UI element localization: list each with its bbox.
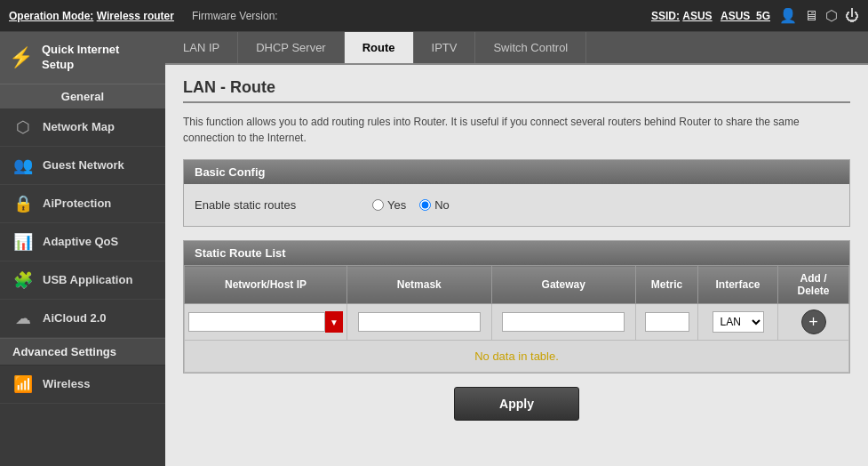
quick-setup-label: Quick InternetSetup — [42, 43, 119, 73]
wireless-icon: 📶 — [12, 374, 34, 394]
aicloud-label: AiCloud 2.0 — [43, 311, 107, 325]
network-host-ip-input[interactable] — [188, 312, 325, 332]
metric-cell — [636, 304, 698, 341]
static-routes-yes-option[interactable]: Yes — [372, 198, 406, 212]
basic-config-body: Enable static routes Yes No — [184, 184, 849, 226]
network-map-label: Network Map — [43, 120, 115, 133]
sidebar-item-network-map[interactable]: ⬡ Network Map — [0, 108, 165, 147]
col-gateway: Gateway — [491, 266, 635, 304]
general-section-label: General — [0, 84, 165, 108]
top-bar: Operation Mode: Wireless router Firmware… — [0, 0, 868, 32]
ssid-5g-value: ASUS_5G — [721, 10, 770, 22]
top-icons: 👤 🖥 ⬡ ⏻ — [779, 7, 859, 24]
page-description: This function allows you to add routing … — [183, 114, 850, 146]
no-data-message: No data in table. — [185, 341, 849, 373]
quick-setup-button[interactable]: ⚡ Quick InternetSetup — [0, 32, 165, 84]
usb-application-icon: 🧩 — [12, 270, 34, 290]
screen-icon[interactable]: 🖥 — [804, 8, 818, 24]
guest-network-label: Guest Network — [43, 158, 124, 172]
add-route-button[interactable]: + — [801, 309, 826, 334]
static-routes-radio-group: Yes No — [372, 198, 450, 212]
aiprotection-label: AiProtection — [43, 197, 111, 210]
operation-mode: Operation Mode: Wireless router — [9, 10, 174, 22]
basic-config-section: Basic Config Enable static routes Yes No — [183, 159, 850, 227]
network-map-icon: ⬡ — [12, 117, 34, 137]
network-host-ip-cell: ▼ — [185, 304, 347, 341]
col-network-host-ip: Network/Host IP — [185, 266, 347, 304]
interface-select[interactable]: LAN WAN — [713, 311, 764, 333]
network-host-ip-dropdown[interactable]: ▼ — [325, 311, 343, 333]
tab-switch-control[interactable]: Switch Control — [475, 32, 586, 63]
sidebar-item-adaptive-qos[interactable]: 📊 Adaptive QoS — [0, 223, 165, 261]
aiprotection-icon: 🔒 — [12, 194, 34, 213]
adaptive-qos-icon: 📊 — [12, 232, 34, 252]
metric-input[interactable] — [645, 312, 689, 332]
content-area: LAN - Route This function allows you to … — [165, 65, 868, 466]
apply-button-row: Apply — [183, 387, 850, 421]
op-mode-value: Wireless router — [97, 10, 174, 22]
sidebar-item-guest-network[interactable]: 👥 Guest Network — [0, 147, 165, 185]
fw-label: Firmware Version: — [192, 10, 278, 22]
sidebar-item-wireless[interactable]: 📶 Wireless — [0, 366, 165, 404]
advanced-settings-header: Advanced Settings — [0, 338, 165, 366]
usb-icon[interactable]: ⬡ — [825, 7, 838, 24]
gateway-input[interactable] — [502, 312, 625, 332]
col-metric: Metric — [636, 266, 698, 304]
network-host-ip-input-group: ▼ — [188, 311, 343, 333]
sidebar-item-usb-application[interactable]: 🧩 USB Application — [0, 261, 165, 300]
wireless-label: Wireless — [43, 377, 90, 390]
enable-static-routes-label: Enable static routes — [195, 198, 372, 212]
add-delete-cell: + — [778, 304, 849, 341]
route-table-body: ▼ — [185, 304, 849, 373]
no-data-row: No data in table. — [185, 341, 849, 373]
apply-button[interactable]: Apply — [454, 387, 579, 421]
route-table-head: Network/Host IP Netmask Gateway Metric I… — [185, 266, 849, 304]
tab-dhcp-server[interactable]: DHCP Server — [238, 32, 345, 63]
gateway-cell — [491, 304, 635, 341]
usb-application-label: USB Application — [43, 273, 132, 286]
user-icon[interactable]: 👤 — [779, 7, 797, 24]
interface-cell: LAN WAN — [698, 304, 778, 341]
firmware-version: Firmware Version: — [192, 10, 278, 22]
tab-bar: LAN IP DHCP Server Route IPTV Switch Con… — [165, 32, 868, 65]
sidebar: ⚡ Quick InternetSetup General ⬡ Network … — [0, 32, 165, 466]
static-route-table-wrapper: Network/Host IP Netmask Gateway Metric I… — [184, 265, 849, 373]
static-routes-no-option[interactable]: No — [419, 198, 450, 212]
sidebar-item-aiprotection[interactable]: 🔒 AiProtection — [0, 185, 165, 223]
tab-route[interactable]: Route — [345, 32, 414, 63]
main-panel: LAN IP DHCP Server Route IPTV Switch Con… — [165, 32, 868, 466]
tab-iptv[interactable]: IPTV — [414, 32, 476, 63]
quick-setup-icon: ⚡ — [9, 46, 33, 69]
col-netmask: Netmask — [347, 266, 492, 304]
yes-label: Yes — [387, 198, 406, 212]
netmask-cell — [347, 304, 492, 341]
page-title: LAN - Route — [183, 78, 850, 103]
static-routes-yes-radio[interactable] — [372, 199, 384, 211]
basic-config-header: Basic Config — [184, 160, 849, 184]
static-route-list-section: Static Route List Network/Host IP Netmas… — [183, 240, 850, 374]
enable-static-routes-row: Enable static routes Yes No — [195, 193, 839, 217]
layout: ⚡ Quick InternetSetup General ⬡ Network … — [0, 32, 868, 466]
ssid-label: SSID: — [651, 10, 680, 22]
col-interface: Interface — [698, 266, 778, 304]
aicloud-icon: ☁ — [12, 309, 34, 328]
ssid-value: ASUS — [682, 10, 712, 22]
sidebar-item-aicloud[interactable]: ☁ AiCloud 2.0 — [0, 300, 165, 338]
route-input-row: ▼ — [185, 304, 849, 341]
static-route-list-header: Static Route List — [184, 241, 849, 265]
no-label: No — [434, 198, 450, 212]
guest-network-icon: 👥 — [12, 156, 34, 175]
route-table-header-row: Network/Host IP Netmask Gateway Metric I… — [185, 266, 849, 304]
route-table: Network/Host IP Netmask Gateway Metric I… — [184, 265, 849, 373]
ssid-info: SSID: ASUS ASUS_5G — [651, 10, 770, 22]
static-routes-no-radio[interactable] — [419, 199, 431, 211]
op-mode-label: Operation Mode: — [9, 10, 93, 22]
col-add-delete: Add / Delete — [778, 266, 849, 304]
netmask-input[interactable] — [358, 312, 481, 332]
tab-lan-ip[interactable]: LAN IP — [165, 32, 238, 63]
adaptive-qos-label: Adaptive QoS — [43, 235, 118, 248]
power-icon[interactable]: ⏻ — [845, 8, 859, 24]
